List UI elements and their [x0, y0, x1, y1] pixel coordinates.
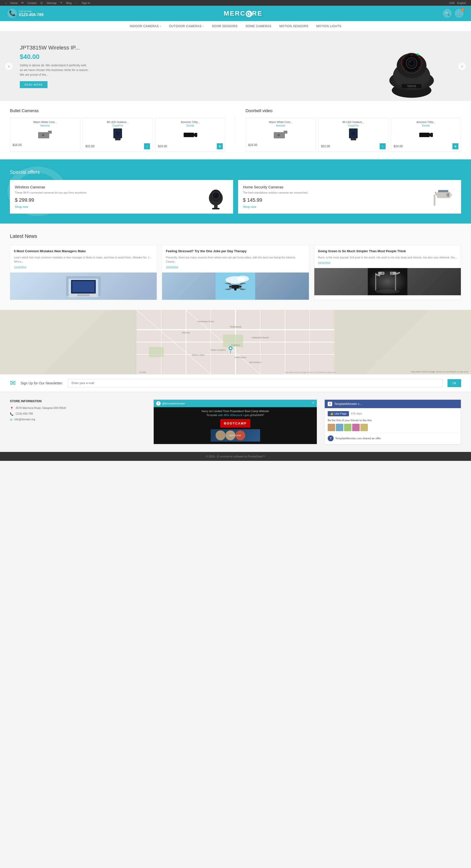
nav-link-blog[interactable]: Blog — [66, 1, 71, 4]
nav-item-dome[interactable]: DOME CAMERAS — [242, 21, 276, 31]
product-image — [418, 129, 433, 141]
fb-like-button[interactable]: 👍 Like Page — [328, 411, 349, 416]
product-price: $16.00 — [248, 143, 257, 147]
news-article-image — [162, 273, 309, 300]
map-section[interactable]: Hollywood Pembroke Pines Miramar Halland… — [0, 310, 471, 374]
svg-point-54 — [447, 194, 449, 196]
product-image — [346, 129, 361, 141]
top-bar-home-icon: ⌂ — [5, 1, 7, 4]
svg-rect-49 — [434, 194, 435, 206]
search-button[interactable]: 🔍 — [443, 9, 452, 18]
facebook-widget: f TemplateMonster c... 👍 Like Page 97K l… — [324, 400, 461, 444]
product-price-row: $32.00 i — [85, 143, 150, 149]
nav-link-home[interactable]: Home — [10, 1, 18, 4]
dropdown-arrow-indoor: ▾ — [160, 25, 161, 28]
fb-avatar — [328, 424, 335, 431]
news-content: 5 Most Common Mistakes New Managers Make… — [10, 245, 157, 273]
fb-widget-header: f TemplateMonster c... — [325, 400, 461, 408]
nav-item-outdoor[interactable]: OUTDOOR CAMERAS ▾ — [165, 21, 208, 31]
nav-link-sitemap[interactable]: Sitemap — [46, 1, 56, 4]
product-info-button[interactable]: i — [144, 143, 150, 149]
news-article-image — [314, 268, 461, 295]
svg-point-25 — [116, 131, 120, 135]
offer-shop-link[interactable]: Shop now — [243, 205, 256, 209]
svg-point-34 — [351, 131, 355, 135]
svg-rect-35 — [419, 133, 430, 137]
currency-selector[interactable]: USD — [449, 1, 455, 4]
nav-item-motion-sensors[interactable]: MOTION SENSORS — [276, 21, 312, 31]
fb-shared-text: TemplateMonster.com shared an offer — [335, 437, 381, 440]
phone-icon-footer: 📞 — [10, 412, 13, 416]
hero-next-button[interactable]: › — [458, 62, 466, 70]
product-info-button[interactable]: i — [380, 143, 386, 149]
svg-rect-85 — [375, 273, 376, 290]
product-brand: CrazyFire — [321, 124, 386, 127]
fb-like-row: 👍 Like Page 97K likes — [328, 411, 458, 416]
svg-point-37 — [431, 134, 433, 136]
top-bar-blog-icon: ✎ — [60, 1, 62, 4]
news-article-date: 11/10/2014 — [14, 266, 153, 269]
newsletter-email-input[interactable] — [68, 379, 442, 388]
language-selector[interactable]: English — [457, 1, 466, 4]
store-address: 4578 Marmora Road, Glasgow D04 89GK — [15, 406, 66, 409]
hero-title: JPT3815W Wireless IP... — [20, 44, 451, 51]
hero-price: $40.00 — [20, 53, 451, 61]
product-name: 80 LED Outdoor... — [321, 121, 386, 124]
hero-prev-button[interactable]: ‹ — [5, 62, 13, 70]
product-item: 80 LED Outdoor... CrazyFire $32.00 i — [83, 118, 153, 152]
product-image — [183, 129, 198, 141]
product-price-row: $24.00 ⊕ — [394, 143, 459, 149]
ad-hashtag: • goo.gl/6a8AWIP — [243, 413, 264, 416]
product-price-row: $32.00 i — [321, 143, 386, 149]
svg-text:BOOT CAMP: BOOT CAMP — [229, 434, 241, 437]
store-phone-row: 📞 (123)-456-789 — [10, 412, 146, 416]
nav-link-signin[interactable]: Sign In — [82, 1, 90, 4]
nav-item-indoor[interactable]: INDOOR CAMERAS ▾ — [126, 21, 165, 31]
news-article-desc: Presently, there are many sources from w… — [166, 255, 305, 264]
news-article-image — [10, 273, 157, 300]
hero-cta-button[interactable]: READ MORE — [20, 81, 48, 88]
doorbell-video-category: Doorbell video Warm White Cool... Amcres… — [246, 108, 461, 152]
product-item: Warm White Cool... Amcrest $16.00 — [10, 118, 80, 152]
offer-price: $ 299.99 — [15, 197, 200, 203]
fb-avatars — [328, 424, 458, 431]
nav-item-motion-lights[interactable]: MOTION LIGHTS — [312, 21, 345, 31]
fb-icon: f — [328, 402, 332, 406]
special-offers-title: Special offers — [10, 169, 461, 175]
phone-label: Call us now — [19, 10, 43, 12]
news-article-date: 10/10/2014 — [166, 266, 305, 269]
product-name: Warm White Cool... — [12, 121, 77, 124]
product-cart-button[interactable]: ⊕ — [452, 143, 459, 149]
ad-logo-icon: T — [156, 401, 161, 406]
map-pin-icon: 📍 — [10, 407, 13, 410]
nav-item-door[interactable]: DOOR SENSORS — [208, 21, 242, 31]
product-brand: Amcrest — [12, 124, 77, 127]
news-article-title: Feeling Stressed? Try the One Joke per D… — [166, 249, 305, 253]
ad-close-icon[interactable]: ✕ — [312, 401, 314, 406]
product-cart-button[interactable]: ⊕ — [217, 143, 223, 149]
ad-widget-header: T @templatemonster ✕ — [154, 400, 317, 407]
svg-point-81 — [240, 288, 246, 290]
svg-rect-26 — [184, 133, 194, 137]
product-price: $32.00 — [321, 145, 330, 148]
doorbell-video-items: Warm White Cool... Amcrest $16.00 80 LED… — [246, 118, 461, 152]
store-info: STORE INFORMATION 📍 4578 Marmora Road, G… — [10, 400, 146, 444]
store-address-row: 📍 4578 Marmora Road, Glasgow D04 89GK — [10, 406, 146, 410]
svg-rect-67 — [77, 294, 90, 296]
ad-discount: with 45% #Discount — [218, 413, 242, 416]
svg-rect-108 — [149, 347, 164, 357]
svg-point-78 — [225, 283, 231, 284]
newsletter-submit-button[interactable]: Ok — [447, 379, 461, 387]
newsletter-section: ✉ Sign Up for Our Newsletter: Ok — [0, 374, 471, 392]
bullet-cameras-title: Bullet Cameras — [10, 108, 225, 113]
product-image — [38, 129, 53, 141]
svg-rect-21 — [48, 131, 52, 134]
site-logo[interactable]: MERCORE — [224, 10, 262, 17]
svg-rect-33 — [351, 138, 356, 140]
product-brand: CrazyFire — [85, 124, 150, 127]
nav-link-contact[interactable]: Contact — [27, 1, 37, 4]
ad-banner: BOOTCAMP — [220, 419, 250, 428]
offer-shop-link[interactable]: Shop now — [15, 205, 28, 209]
top-bar-signin-icon: → — [75, 1, 78, 4]
store-phone: (123)-456-789 — [15, 412, 33, 415]
